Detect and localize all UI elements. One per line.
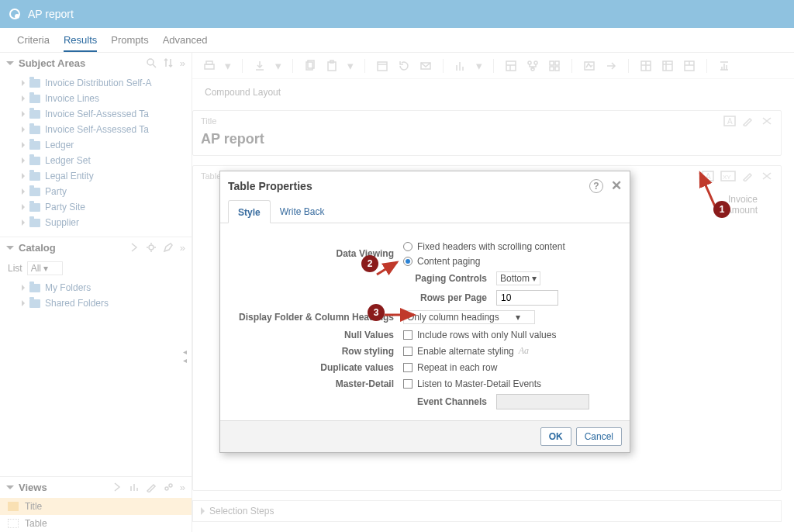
layout-icon[interactable] — [505, 60, 517, 72]
perf-icon[interactable] — [718, 60, 730, 72]
svg-point-13 — [528, 61, 531, 64]
sort-icon[interactable] — [163, 57, 174, 68]
subject-areas-title: Subject Areas — [19, 57, 141, 69]
bar-chart-icon[interactable] — [129, 482, 140, 492]
pencil-icon[interactable] — [742, 116, 754, 126]
collapse-handle-icon[interactable]: ◂◂ — [180, 347, 189, 361]
rows-per-page-input[interactable] — [496, 290, 558, 306]
footprint-icon[interactable] — [163, 482, 174, 492]
tree-item[interactable]: My Folders — [9, 280, 190, 295]
data-viewing-label: Data Viewing — [234, 248, 403, 259]
tab-criteria[interactable]: Criteria — [17, 34, 50, 46]
title-view-icon — [8, 502, 19, 511]
null-values-checkbox[interactable]: Include rows with only Null values — [403, 329, 556, 340]
checkbox-icon — [403, 330, 413, 340]
results-toolbar: ▾ ▾ ▾ ▾ — [192, 53, 794, 79]
list-label: List — [8, 263, 22, 274]
pencil-icon[interactable] — [146, 482, 157, 492]
print-icon[interactable] — [203, 60, 216, 72]
more-icon[interactable]: » — [180, 57, 185, 69]
annotation-badge-3: 3 — [368, 304, 385, 321]
export-icon[interactable] — [254, 60, 266, 72]
event-channels-input — [496, 394, 589, 409]
ok-button[interactable]: OK — [540, 427, 571, 446]
close-icon[interactable]: ✕ — [611, 178, 622, 194]
format-icon[interactable]: A — [723, 116, 736, 126]
refresh-icon[interactable] — [398, 60, 410, 72]
tree-item[interactable]: Legal Entity — [9, 168, 190, 184]
display-headings-select[interactable]: Only column headings▾ — [403, 310, 535, 324]
list-select[interactable]: All ▾ — [27, 261, 64, 275]
envelope-icon[interactable] — [419, 60, 432, 72]
bar-chart-icon[interactable] — [454, 60, 467, 72]
grid-icon[interactable] — [548, 60, 561, 72]
close-icon[interactable] — [761, 171, 773, 181]
tree-item[interactable]: Invoice Self-Assessed Ta — [9, 122, 190, 137]
row-styling-checkbox[interactable]: Enable alternate styling — [403, 345, 514, 357]
close-icon[interactable] — [761, 116, 773, 126]
copy-icon[interactable] — [304, 60, 316, 72]
checkbox-icon — [403, 379, 413, 389]
more-icon[interactable]: » — [180, 482, 185, 493]
chevron-right-icon — [201, 507, 205, 515]
catalog-header[interactable]: Catalog » — [0, 237, 192, 258]
cancel-button[interactable]: Cancel — [576, 427, 622, 446]
tree-icon[interactable] — [526, 60, 539, 72]
arrow-right-icon[interactable] — [605, 60, 617, 72]
radio-fixed-headers[interactable]: Fixed headers with scrolling content — [403, 240, 565, 252]
master-detail-checkbox[interactable]: Listen to Master-Detail Events — [403, 378, 541, 389]
view-item-table[interactable]: Table — [0, 515, 192, 532]
paging-controls-select[interactable]: Bottom ▾ — [496, 271, 540, 285]
tree-item[interactable]: Party — [9, 184, 190, 199]
compound-layout-label: Compound Layout — [192, 79, 794, 105]
tree-item[interactable]: Invoice Distribution Self-A — [9, 75, 190, 91]
tab-advanced[interactable]: Advanced — [163, 34, 208, 46]
svg-rect-18 — [550, 67, 554, 71]
tree-item[interactable]: Supplier — [9, 215, 190, 230]
views-header[interactable]: Views » — [0, 476, 192, 498]
radio-icon — [403, 242, 413, 251]
tab-prompts[interactable]: Prompts — [111, 34, 148, 46]
pivot-icon[interactable] — [661, 60, 674, 72]
subject-areas-header[interactable]: Subject Areas » — [0, 53, 192, 74]
help-icon[interactable]: ? — [589, 179, 603, 193]
duplicate-checkbox[interactable]: Repeat in each row — [403, 361, 497, 373]
dashboard-icon[interactable] — [683, 60, 696, 72]
rows-per-page-label: Rows per Page — [234, 292, 496, 303]
tree-item[interactable]: Ledger Set — [9, 153, 190, 168]
svg-rect-10 — [378, 62, 387, 71]
font-style-icon[interactable]: Aa — [519, 345, 529, 357]
editor-subnav: Criteria Results Prompts Advanced — [0, 28, 794, 53]
selection-steps-panel[interactable]: Selection Steps — [192, 500, 782, 522]
null-values-label: Null Values — [234, 330, 403, 340]
tree-item[interactable]: Ledger — [9, 137, 190, 153]
gear-icon[interactable] — [146, 242, 157, 253]
more-icon[interactable]: » — [180, 242, 185, 254]
radio-content-paging[interactable]: Content paging — [403, 255, 480, 267]
search-icon[interactable] — [146, 57, 157, 68]
tree-item[interactable]: Party Site — [9, 199, 190, 215]
tree-item[interactable]: Invoice Lines — [9, 91, 190, 106]
table-icon[interactable] — [640, 60, 652, 72]
xyz-icon[interactable] — [583, 60, 596, 72]
svg-rect-19 — [555, 67, 559, 71]
paste-icon[interactable] — [326, 60, 338, 72]
schedule-icon[interactable] — [376, 60, 388, 72]
svg-rect-5 — [206, 61, 212, 64]
tab-style[interactable]: Style — [228, 200, 271, 223]
arrow-right-icon[interactable] — [129, 242, 140, 253]
tab-results[interactable]: Results — [64, 34, 97, 52]
title-card: Title A AP report — [192, 110, 782, 156]
tab-write-back[interactable]: Write Back — [271, 200, 334, 223]
arrow-right-icon[interactable] — [112, 482, 123, 492]
pencil-icon[interactable] — [163, 242, 174, 253]
pencil-icon[interactable] — [742, 171, 754, 181]
catalog-list-row: List All ▾ — [0, 258, 192, 278]
svg-point-2 — [165, 487, 168, 490]
checkbox-icon — [403, 363, 413, 372]
tree-item[interactable]: Invoice Self-Assessed Ta — [9, 106, 190, 122]
view-item-title[interactable]: Title — [0, 498, 192, 515]
row-styling-label: Row styling — [234, 346, 403, 357]
event-channels-label: Event Channels — [234, 396, 496, 407]
tree-item[interactable]: Shared Folders — [9, 295, 190, 311]
